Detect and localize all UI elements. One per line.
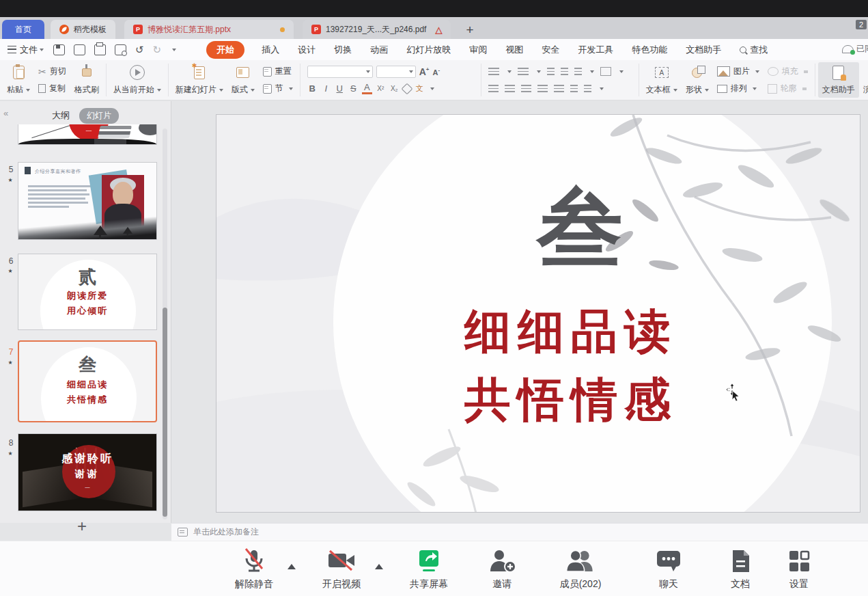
invite-button[interactable]: 邀请 [488, 548, 516, 591]
members-button[interactable]: 成员(202) [560, 548, 602, 591]
shapes-button[interactable]: 形状 [682, 62, 713, 98]
file-menu[interactable]: 文件 [20, 44, 38, 56]
redo-icon[interactable]: ↻ [153, 44, 162, 55]
italic-button[interactable]: I [321, 83, 331, 94]
menu-tab-doc-assistant[interactable]: 文档助手 [686, 44, 721, 56]
align-right-icon[interactable] [521, 85, 531, 92]
chat-button[interactable]: 聊天 [654, 548, 683, 591]
share-screen-button[interactable]: 共享屏幕 [410, 548, 448, 591]
dropdown-caret-icon [289, 87, 293, 90]
font-size-select[interactable] [376, 66, 416, 78]
strikethrough-button[interactable]: S [348, 83, 359, 94]
clear-format-icon[interactable] [401, 83, 412, 94]
tab-docer-templates[interactable]: 稻壳模板 [51, 20, 115, 39]
copy-button[interactable]: 复制 [36, 81, 69, 96]
decrease-font-button[interactable]: A- [433, 67, 440, 77]
slide-canvas[interactable]: 叁 细细品读 共悟情感 [216, 114, 860, 513]
doc-assistant-button[interactable]: 文档助手 [818, 62, 859, 98]
mic-options-caret-icon[interactable] [288, 564, 296, 569]
underline-button[interactable]: U [335, 83, 345, 94]
tab-home[interactable]: 首页 [2, 20, 44, 39]
tab-pdf-document[interactable]: P 13927219_天...天_p246.pdf △ [303, 20, 451, 39]
slide-thumbnail-7-selected[interactable]: 叁 细细品读 共悟情感 [18, 340, 157, 422]
save-icon[interactable] [53, 44, 65, 55]
menu-tab-features[interactable]: 特色功能 [632, 44, 667, 56]
increase-indent-icon[interactable] [561, 68, 568, 75]
menu-tab-review[interactable]: 审阅 [469, 44, 487, 56]
font-color-button[interactable]: A [362, 83, 372, 94]
tab-presentation-active[interactable]: P 博雅悦读汇第五期.pptx [124, 20, 294, 39]
text-direction-icon[interactable] [574, 68, 582, 75]
bold-button[interactable]: B [307, 83, 318, 94]
phonetic-guide-button[interactable]: 文 [415, 83, 425, 94]
start-video-button[interactable]: 开启视频 [322, 548, 361, 591]
home-tab-label: 首页 [15, 24, 31, 36]
dropdown-caret-icon [804, 70, 808, 73]
reset-button[interactable]: 重置 [260, 64, 296, 79]
play-from-current-button[interactable]: 从当前开始 [109, 62, 165, 98]
menu-tab-slideshow[interactable]: 幻灯片放映 [406, 44, 451, 56]
tab-count-badge[interactable]: 2 [856, 20, 867, 29]
menu-tab-start[interactable]: 开始 [206, 41, 244, 59]
outline-button-disabled[interactable]: 轮廓 [765, 81, 811, 96]
sidebar-scrollbar-thumb[interactable] [163, 308, 167, 517]
undo-icon[interactable]: ↺ [135, 44, 144, 55]
menu-tab-design[interactable]: 设计 [298, 44, 316, 56]
decrease-indent-icon[interactable] [547, 68, 555, 75]
section-button[interactable]: 节 [260, 81, 296, 96]
paragraph-spacing-icon[interactable] [584, 85, 591, 92]
menu-search[interactable]: 查找 [740, 44, 768, 56]
unmute-button[interactable]: 解除静音 [235, 548, 273, 591]
slide-thumbnail-6[interactable]: 贰 朗读所爱 用心倾听 [18, 254, 157, 330]
align-left-icon[interactable] [488, 85, 499, 92]
dropdown-caret-icon [537, 70, 541, 73]
new-tab-button[interactable]: + [466, 23, 473, 36]
menu-tab-security[interactable]: 安全 [542, 44, 559, 56]
arrange-button[interactable]: 排列 [714, 81, 762, 96]
layout-button[interactable]: 版式 [227, 62, 259, 98]
paste-button[interactable]: 粘贴 [3, 62, 34, 98]
animation-star-icon: ★ [5, 177, 16, 183]
picture-button[interactable]: 图片 [714, 64, 762, 79]
add-slide-button[interactable]: + [66, 517, 98, 536]
subscript-button[interactable]: X₂ [389, 85, 400, 92]
bullet-list-icon[interactable] [488, 68, 499, 75]
docs-button[interactable]: 文档 [727, 548, 753, 591]
video-options-caret-icon[interactable] [375, 564, 383, 569]
increase-font-button[interactable]: A+ [419, 66, 430, 77]
export-icon[interactable] [74, 44, 85, 55]
mouse-move-cursor [724, 383, 742, 403]
menu-tab-insert[interactable]: 插入 [262, 44, 279, 56]
align-text-icon[interactable] [600, 67, 611, 76]
slide-thumbnail-4[interactable]: 一 [18, 124, 157, 145]
new-slide-button[interactable]: 新建幻灯片 [171, 62, 227, 98]
align-center-icon[interactable] [505, 85, 515, 92]
format-painter-button[interactable]: 格式刷 [70, 62, 103, 98]
numbered-list-icon[interactable] [518, 68, 529, 75]
distribute-icon[interactable] [554, 85, 564, 92]
customize-toolbar-caret-icon[interactable] [172, 49, 176, 51]
textbox-button[interactable]: A 文本框 [642, 62, 682, 98]
present-tools-button[interactable]: 演示工具 [859, 62, 868, 98]
sync-status[interactable]: 已同步 [842, 43, 868, 55]
menu-tab-devtools[interactable]: 开发工具 [578, 44, 613, 56]
justify-icon[interactable] [537, 85, 548, 92]
tab-slides[interactable]: 幻灯片 [79, 108, 119, 124]
superscript-button[interactable]: X² [376, 85, 386, 92]
print-icon[interactable] [94, 44, 106, 55]
settings-button[interactable]: 设置 [786, 548, 812, 591]
slide-thumbnail-8[interactable]: 感谢聆听 谢谢 一 [18, 433, 157, 511]
menu-tab-view[interactable]: 视图 [505, 44, 523, 56]
cut-button[interactable]: ✂ 剪切 [36, 64, 69, 79]
slide-thumbnail-5[interactable]: 介绍分享嘉宾和著作 [18, 162, 157, 240]
menu-tab-transition[interactable]: 切换 [334, 44, 352, 56]
tab-outline[interactable]: 大纲 [52, 109, 70, 122]
notes-bar[interactable]: 单击此处添加备注 [171, 523, 868, 541]
menu-tab-animation[interactable]: 动画 [370, 44, 388, 56]
fill-button-disabled[interactable]: 填充 [765, 64, 811, 79]
ppt-file-icon: P [133, 25, 143, 34]
search-label: 查找 [750, 44, 768, 56]
print-preview-icon[interactable] [115, 44, 126, 55]
line-spacing-icon[interactable] [570, 85, 578, 92]
font-name-select[interactable] [307, 66, 373, 78]
